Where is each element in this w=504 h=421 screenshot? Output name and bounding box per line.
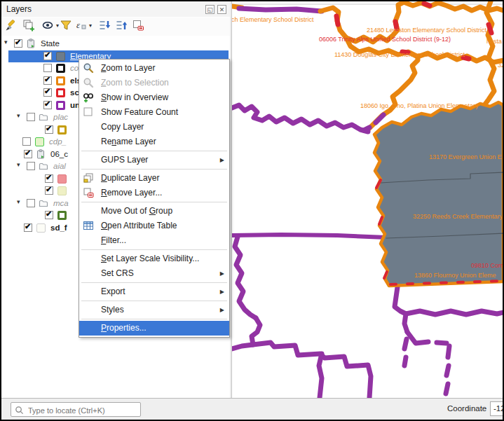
menu-item-styles[interactable]: Styles▶ <box>79 303 229 317</box>
collapse-all-button[interactable] <box>116 19 130 33</box>
manage-map-themes-button[interactable] <box>42 19 56 33</box>
menu-item-export[interactable]: Export▶ <box>79 284 229 299</box>
folder-icon <box>39 112 48 122</box>
menu-item-show-in-overview[interactable]: Show in Overview <box>79 90 229 105</box>
menu-item-label: Set CRS <box>101 266 134 281</box>
status-bar: Coordinate -12 <box>1 398 503 420</box>
check-mark: ✔ <box>15 38 21 47</box>
manage-map-themes-dropdown-icon[interactable]: ▾ <box>56 22 59 29</box>
menu-item-remove-layer[interactable]: Remove Layer... <box>79 186 229 200</box>
unsd-boundary <box>319 354 322 398</box>
check-mark: ✔ <box>44 87 50 96</box>
district-label: 11430 Douglas City Elementary School Dis… <box>334 51 465 58</box>
visibility-checkbox[interactable] <box>27 199 35 207</box>
add-group-button[interactable] <box>22 19 36 33</box>
check-mark: ✔ <box>46 173 52 182</box>
menu-item-zoom-to-layer[interactable]: Zoom to Layer <box>79 61 229 76</box>
visibility-checkbox[interactable]: ✔ <box>45 174 53 183</box>
layer-symbol-swatch <box>56 52 65 61</box>
menu-item-filter[interactable]: Filter... <box>79 233 229 248</box>
menu-item-label: Styles <box>101 303 124 317</box>
layer-label: sd_f <box>50 223 67 232</box>
filter-by-expression-dropdown-icon[interactable]: ▾ <box>89 22 92 29</box>
elsd-boundary <box>484 1 494 105</box>
menu-separator <box>81 202 227 202</box>
expand-all-button[interactable] <box>99 19 113 33</box>
selected-elementary-district[interactable] <box>374 102 503 286</box>
menu-item-set-crs[interactable]: Set CRS▶ <box>79 266 229 281</box>
menu-separator <box>81 301 227 301</box>
visibility-checkbox[interactable]: ✔ <box>24 223 32 232</box>
unsd-boundary <box>239 8 322 11</box>
visibility-checkbox[interactable]: ✔ <box>45 125 53 134</box>
coordinate-field[interactable]: -12 <box>490 401 503 416</box>
scsd-boundary-segment <box>489 25 491 33</box>
submenu-arrow-icon: ▶ <box>220 284 224 299</box>
open-layer-styling-button[interactable] <box>5 19 19 33</box>
expander-icon[interactable]: ▾ <box>4 39 8 46</box>
menu-item-label: Export <box>101 284 125 299</box>
visibility-checkbox[interactable]: ✔ <box>43 88 52 97</box>
layer-symbol-swatch <box>57 125 67 134</box>
menu-item-zoom-to-selection[interactable]: Zoom to Selection <box>79 76 229 90</box>
unsd-boundary <box>364 127 369 130</box>
scsd-boundary-segment <box>424 4 430 6</box>
menu-item-rename-layer[interactable]: Rename Layer <box>79 134 229 149</box>
expander-icon[interactable]: ▾ <box>17 198 20 205</box>
menu-item-properties[interactable]: Properties... <box>79 321 229 336</box>
close-panel-icon[interactable]: ✕ <box>217 5 226 14</box>
unsd-boundary <box>437 343 447 343</box>
map-canvas[interactable]: nch Elementary School District21480 Lewi… <box>232 1 503 398</box>
visibility-checkbox[interactable] <box>43 64 52 72</box>
menu-item-show-feature-count[interactable]: Show Feature Count <box>79 105 229 120</box>
unsd-boundary <box>395 287 407 332</box>
float-panel-icon[interactable]: ◱ <box>205 5 214 14</box>
zoom-dis-icon <box>83 77 94 88</box>
visibility-checkbox[interactable]: ✔ <box>45 211 53 219</box>
locator-input[interactable] <box>27 403 140 417</box>
menu-item-set-layer-scale-visibility[interactable]: Set Layer Scale Visibility... <box>79 251 229 266</box>
menu-item-label: Copy Layer <box>101 120 144 134</box>
layer-symbol-swatch <box>56 64 65 73</box>
visibility-checkbox[interactable]: ✔ <box>43 76 52 85</box>
layer-symbol-swatch <box>56 88 65 97</box>
search-icon <box>15 406 24 415</box>
visibility-checkbox[interactable] <box>27 113 35 121</box>
remove-layer-group-button[interactable] <box>132 19 146 33</box>
checkbox-icon <box>83 106 94 118</box>
zoom-icon <box>83 62 94 74</box>
filter-by-expression-button[interactable]: ε <box>75 19 89 33</box>
filter-legend-button[interactable] <box>60 19 74 33</box>
visibility-checkbox[interactable]: ✔ <box>43 101 52 109</box>
menu-item-label: Filter... <box>101 233 126 248</box>
menu-item-label: Zoom to Selection <box>101 76 169 90</box>
district-label: 13860 Flournoy Union Eleme <box>414 272 496 279</box>
layer-symbol-swatch <box>57 174 67 184</box>
expander-icon[interactable]: ▾ <box>17 112 20 119</box>
unsd-boundary <box>232 235 386 237</box>
menu-item-move-out-of-group[interactable]: Move Out of Group <box>79 204 229 219</box>
menu-item-label: Show in Overview <box>101 90 168 105</box>
visibility-checkbox[interactable]: ✔ <box>43 52 52 60</box>
district-label: nch Elementary School District <box>232 16 314 23</box>
submenu-arrow-icon: ▶ <box>220 153 224 167</box>
group-row-state[interactable]: ▾✔State <box>1 38 230 50</box>
menu-item-copy-layer[interactable]: Copy Layer <box>79 120 229 134</box>
menu-item-label: Zoom to Layer <box>101 61 155 76</box>
unsd-boundary <box>376 115 383 123</box>
visibility-checkbox[interactable]: ✔ <box>24 150 32 158</box>
visibility-checkbox[interactable] <box>22 137 31 146</box>
visibility-checkbox[interactable]: ✔ <box>14 39 22 48</box>
scsd-boundary-segment <box>336 16 338 25</box>
visibility-checkbox[interactable]: ✔ <box>45 186 53 195</box>
menu-item-duplicate-layer[interactable]: Duplicate Layer <box>79 171 229 186</box>
unsd-boundary <box>446 384 448 394</box>
district-label: 32 <box>498 62 503 69</box>
menu-item-label: GUPS Layer <box>101 153 148 167</box>
layer-symbol-swatch <box>36 223 46 233</box>
visibility-checkbox[interactable] <box>27 162 35 170</box>
expander-icon[interactable]: ▾ <box>17 161 20 168</box>
menu-item-gups-layer[interactable]: GUPS Layer▶ <box>79 153 229 167</box>
menu-item-open-attribute-table[interactable]: Open Attribute Table <box>79 219 229 233</box>
locator-box[interactable] <box>11 402 141 417</box>
